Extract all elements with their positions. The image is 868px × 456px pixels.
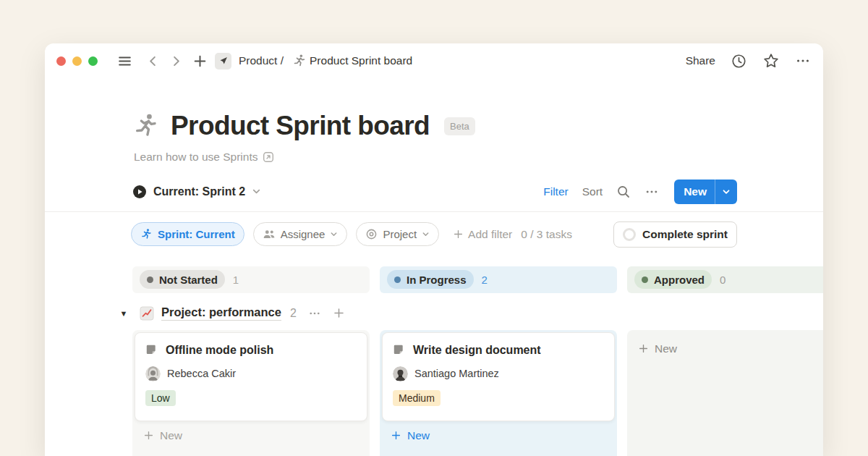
column-name: Approved <box>654 274 705 286</box>
group-count: 2 <box>290 307 297 320</box>
more-options-icon[interactable] <box>795 53 811 69</box>
search-icon[interactable] <box>616 185 631 199</box>
priority-tag: Medium <box>393 390 441 406</box>
avatar <box>393 366 408 381</box>
external-link-icon <box>263 151 274 163</box>
status-dot <box>147 276 153 283</box>
page-icon <box>145 344 158 356</box>
new-card-button-approved[interactable]: New <box>629 332 823 363</box>
chart-increasing-icon <box>140 306 154 321</box>
page-runner-icon <box>132 112 160 140</box>
new-card-button-in-progress[interactable]: New <box>382 421 615 450</box>
card-offline-mode-polish[interactable]: Offline mode polish Rebecca Cakir Low <box>135 332 367 421</box>
plus-icon <box>143 430 154 441</box>
back-icon[interactable] <box>146 54 160 68</box>
lane-in-progress: Write design document Santiago Martinez … <box>380 330 617 456</box>
beta-badge: Beta <box>444 117 475 135</box>
column-count: 0 <box>720 274 726 286</box>
breadcrumb-teamspace[interactable]: Product / <box>239 54 284 67</box>
card-title: Offline mode polish <box>166 344 273 357</box>
plus-icon <box>638 343 649 354</box>
share-button[interactable]: Share <box>686 54 715 67</box>
filter-bar: Sprint: Current Assignee Project Add fil… <box>131 221 737 248</box>
close-window-button[interactable] <box>56 56 66 66</box>
assignee-chip-label: Assignee <box>281 228 326 240</box>
traffic-lights <box>56 56 98 66</box>
breadcrumb-page[interactable]: Product Sprint board <box>310 54 412 67</box>
chevron-down-icon <box>422 230 430 238</box>
titlebar: Product / Product Sprint board Share <box>45 43 823 78</box>
page-header: Product Sprint board Beta <box>132 111 823 141</box>
favorite-star-icon[interactable] <box>762 52 780 69</box>
new-button[interactable]: New <box>674 180 737 204</box>
status-dot <box>642 276 648 283</box>
sprint-play-icon <box>132 185 147 199</box>
collapse-toggle-icon[interactable]: ▼ <box>115 309 132 318</box>
new-card-label: New <box>407 429 430 442</box>
new-card-label: New <box>160 429 182 442</box>
plus-icon <box>391 430 401 441</box>
page-icon <box>393 344 405 356</box>
column-name: In Progress <box>407 274 467 286</box>
minimize-window-button[interactable] <box>72 56 82 66</box>
page-title: Product Sprint board <box>171 111 430 141</box>
column-header-not-started[interactable]: Not Started 1 <box>132 266 370 293</box>
sprint-filter-chip[interactable]: Sprint: Current <box>131 222 244 246</box>
target-icon <box>365 228 378 240</box>
new-button-chevron-icon[interactable] <box>715 187 737 196</box>
view-switcher[interactable]: Current: Sprint 2 <box>132 185 261 199</box>
group-options-icon[interactable] <box>308 307 321 320</box>
complete-sprint-button[interactable]: Complete sprint <box>613 221 737 248</box>
view-options-icon[interactable] <box>644 185 659 199</box>
assignee-name: Santiago Martinez <box>414 368 499 379</box>
sprint-chip-label: Sprint: Current <box>158 228 235 240</box>
filter-button[interactable]: Filter <box>543 185 568 198</box>
avatar <box>145 366 161 381</box>
column-name: Not Started <box>159 274 218 286</box>
sprint-board: Not Started 1 In Progress 2 Approved 0 ▼… <box>132 266 823 456</box>
column-header-in-progress[interactable]: In Progress 2 <box>380 266 617 293</box>
card-title: Write design document <box>413 344 541 357</box>
app-window: Product / Product Sprint board Share Pro… <box>45 43 823 456</box>
toolbar-divider <box>45 211 823 212</box>
sprint-runner-icon <box>140 228 153 240</box>
project-chip-label: Project <box>383 228 417 240</box>
progress-ring-icon <box>623 228 636 241</box>
help-link-label: Learn how to use Sprints <box>134 151 258 164</box>
help-link[interactable]: Learn how to use Sprints <box>134 151 823 164</box>
group-title[interactable]: Project: performance <box>161 305 281 321</box>
sidebar-menu-icon[interactable] <box>117 54 132 69</box>
card-write-design-document[interactable]: Write design document Santiago Martinez … <box>382 332 615 421</box>
teamspace-icon[interactable] <box>215 53 231 69</box>
runner-icon <box>292 54 307 68</box>
chevron-down-icon <box>330 230 338 238</box>
assignee-filter-chip[interactable]: Assignee <box>253 222 348 246</box>
lane-approved: New <box>627 330 823 456</box>
status-dot <box>394 276 401 283</box>
add-filter-label: Add filter <box>468 228 512 241</box>
clock-history-icon[interactable] <box>731 53 747 69</box>
view-toolbar: Current: Sprint 2 Filter Sort New <box>132 179 737 205</box>
column-count: 2 <box>482 274 488 286</box>
group-row-project-performance: ▼ Project: performance 2 <box>132 300 823 326</box>
column-header-approved[interactable]: Approved 0 <box>627 266 823 293</box>
column-count: 1 <box>233 274 239 286</box>
column-headers: Not Started 1 In Progress 2 Approved 0 <box>132 266 823 293</box>
add-filter-button[interactable]: Add filter <box>453 228 512 241</box>
view-label: Current: Sprint 2 <box>153 185 245 198</box>
project-filter-chip[interactable]: Project <box>356 222 439 246</box>
group-add-icon[interactable] <box>333 307 345 319</box>
new-card-button-not-started[interactable]: New <box>135 421 367 450</box>
new-button-label: New <box>674 185 715 198</box>
forward-icon[interactable] <box>169 54 183 68</box>
board-lanes: Offline mode polish Rebecca Cakir Low Ne… <box>132 330 823 456</box>
sort-button[interactable]: Sort <box>582 185 603 198</box>
chevron-down-icon <box>252 187 261 196</box>
plus-icon <box>453 229 464 240</box>
lane-not-started: Offline mode polish Rebecca Cakir Low Ne… <box>132 330 370 456</box>
add-page-icon[interactable] <box>192 54 208 69</box>
tasks-progress: 0 / 3 tasks <box>521 228 572 241</box>
zoom-window-button[interactable] <box>88 56 98 66</box>
complete-sprint-label: Complete sprint <box>642 228 728 241</box>
assignee-name: Rebecca Cakir <box>167 368 236 379</box>
